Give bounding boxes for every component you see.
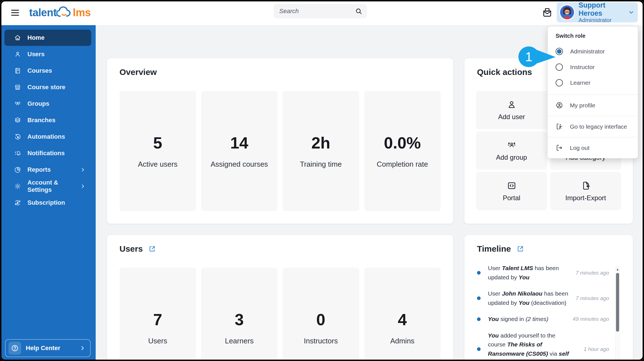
stat-tile-completion-rate: 0.0%Completion rate (364, 91, 441, 211)
scrollbar-thumb[interactable] (616, 273, 619, 332)
timeline-entry-time: 7 minutes ago (574, 295, 609, 301)
timeline-dot-icon (477, 271, 481, 275)
scroll-up-arrow-icon[interactable]: ▲ (615, 268, 620, 271)
sidebar-item-notifications[interactable]: Notifications (4, 145, 91, 161)
radio-icon[interactable] (556, 79, 563, 86)
subscription-icon (14, 199, 21, 206)
help-center-button[interactable]: Help Center (5, 339, 91, 357)
stat-tile-active-users: 5Active users (119, 91, 196, 211)
timeline-scrollbar[interactable]: ▲ (615, 266, 620, 361)
menu-item-my-profile[interactable]: My profile (548, 95, 638, 116)
stat-label: Assigned courses (211, 160, 268, 169)
role-option-label: Administrator (570, 48, 605, 55)
menu-toggle-button[interactable] (11, 8, 19, 17)
menu-item-label: Log out (570, 145, 589, 151)
sidebar-item-label: Notifications (27, 150, 65, 157)
timeline-entry-time: 49 minutes ago (571, 316, 609, 322)
sidebar: HomeUsersCoursesCourse storeGroupsBranch… (0, 25, 96, 361)
menu-item-go-to-legacy-interface[interactable]: Go to legacy interface (548, 116, 638, 137)
chevron-right-icon (79, 345, 86, 351)
topbar: talent lms Search (0, 0, 644, 25)
quick-action-label: Portal (503, 194, 520, 202)
sidebar-item-label: Users (27, 51, 44, 58)
timeline-entry-text: You signed in (2 times) (488, 315, 571, 324)
users-title: Users (119, 244, 143, 254)
stat-label: Users (148, 337, 167, 345)
quick-action-add-user[interactable]: Add user (476, 91, 547, 129)
switch-role-header: Switch role (556, 33, 638, 39)
layers-icon (14, 117, 21, 124)
timeline-entry: User Talent LMS has been updated by You7… (477, 264, 609, 282)
sidebar-item-automations[interactable]: Automations (4, 129, 91, 145)
timeline-entry: You signed in (2 times)49 minutes ago (477, 315, 609, 324)
timeline-dot-icon (477, 296, 481, 300)
app-window: talent lms Search (0, 0, 644, 361)
chevron-right-icon (80, 183, 86, 189)
stat-tile-users: 7Users (119, 268, 196, 361)
sidebar-item-subscription[interactable]: Subscription (4, 195, 91, 211)
quick-action-portal[interactable]: Portal (476, 172, 547, 210)
stat-label: Training time (300, 160, 342, 169)
timeline-entry-text: User John Nikolaou has been updated by Y… (488, 289, 572, 307)
quick-action-add-group[interactable]: Add group (476, 131, 547, 170)
user-menu-button[interactable]: Support Heroes Administrator (557, 2, 638, 22)
group-add-icon (507, 140, 517, 150)
messages-icon[interactable] (542, 7, 553, 18)
sidebar-item-home[interactable]: Home (4, 30, 91, 46)
sidebar-item-course-store[interactable]: Course store (4, 79, 91, 95)
external-link-icon[interactable] (516, 245, 524, 253)
annotation-step-1: 1 (518, 46, 557, 68)
sidebar-item-label: Account & Settings (27, 179, 74, 194)
menu-item-log-out[interactable]: Log out (548, 137, 638, 158)
search-placeholder: Search (279, 8, 299, 15)
avatar (559, 4, 575, 20)
logo-text-talent: talent (29, 7, 57, 19)
timeline-dot-icon (477, 317, 481, 321)
portal-icon (507, 181, 517, 191)
sidebar-item-account-settings[interactable]: Account & Settings (4, 178, 91, 194)
stat-value: 4 (398, 310, 407, 329)
sidebar-item-users[interactable]: Users (4, 46, 91, 62)
chevron-right-icon (80, 167, 86, 173)
menu-item-label: My profile (570, 102, 595, 109)
sidebar-item-branches[interactable]: Branches (4, 112, 91, 128)
sidebar-item-label: Branches (27, 117, 55, 124)
import-export-icon (581, 181, 591, 191)
sidebar-item-groups[interactable]: Groups (4, 96, 91, 112)
stat-tile-assigned-courses: 14Assigned courses (201, 91, 278, 211)
quick-action-label: Add user (498, 113, 525, 121)
timeline-entry-text: You added yourself to the course The Ris… (488, 331, 572, 361)
role-option-instructor[interactable]: Instructor (556, 59, 638, 75)
stat-label: Completion rate (377, 160, 428, 169)
logo-text-lms: lms (73, 7, 91, 19)
sidebar-item-reports[interactable]: Reports (4, 162, 91, 178)
role-option-learner[interactable]: Learner (556, 75, 638, 91)
stat-value: 7 (153, 310, 162, 329)
gear-icon (14, 183, 21, 190)
role-option-administrator[interactable]: Administrator (556, 44, 638, 59)
search-icon[interactable] (355, 8, 363, 15)
talentlms-logo[interactable]: talent lms (29, 3, 91, 22)
quick-action-import-export[interactable]: Import-Export (550, 172, 621, 210)
annotation-number: 1 (518, 46, 539, 68)
stat-value: 5 (153, 133, 162, 152)
user-name: Support Heroes (579, 1, 624, 17)
sidebar-item-courses[interactable]: Courses (4, 63, 91, 79)
overview-card: Overview 5Active users14Assigned courses… (107, 58, 453, 224)
role-option-label: Instructor (570, 64, 595, 70)
timeline-entry-time: 7 minutes ago (574, 270, 609, 276)
quick-action-label: Import-Export (565, 194, 606, 202)
group-icon (14, 100, 21, 107)
menu-item-label: Go to legacy interface (570, 123, 627, 130)
sidebar-item-label: Course store (27, 84, 65, 91)
external-link-icon[interactable] (148, 245, 156, 253)
search-input[interactable]: Search (274, 4, 367, 18)
logout-icon (556, 144, 563, 152)
stat-label: Active users (138, 160, 178, 169)
users-card: Users 7Users3Learners0Instructors4Admins (107, 235, 453, 361)
legacy-icon (556, 123, 563, 130)
user-icon (14, 51, 21, 58)
sidebar-item-label: Groups (27, 100, 49, 107)
user-info: Support Heroes Administrator (579, 1, 624, 24)
stat-value: 3 (235, 310, 244, 329)
